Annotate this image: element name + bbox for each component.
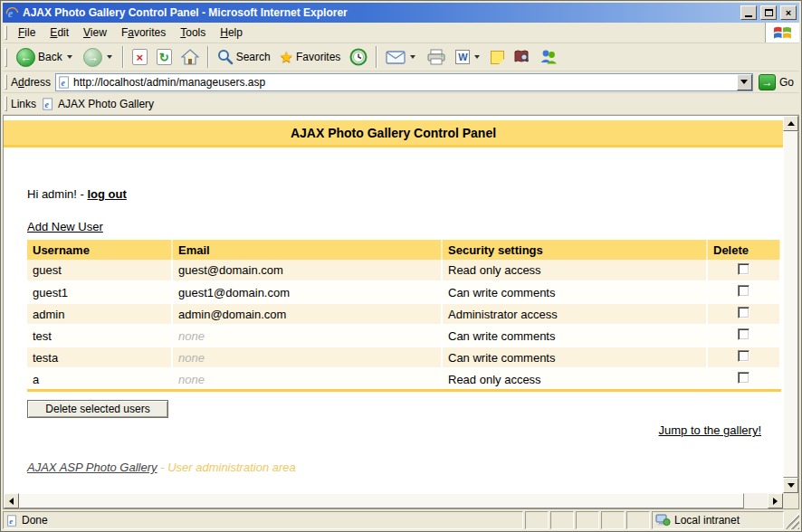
delete-checkbox[interactable] [738, 372, 749, 384]
status-done: e Done [3, 511, 523, 529]
links-bar: Links e AJAX Photo Gallery [3, 93, 799, 115]
jump-to-gallery-link[interactable]: Jump to the gallery! [659, 423, 761, 437]
discuss-button[interactable] [487, 49, 508, 66]
edit-dropdown-icon[interactable] [474, 55, 480, 59]
print-icon [426, 49, 446, 65]
table-row: testa none Can write comments [27, 347, 780, 368]
menu-help[interactable]: Help [213, 24, 250, 42]
print-button[interactable] [423, 47, 450, 67]
word-icon: W [455, 50, 470, 64]
triangle-up-icon [788, 121, 795, 126]
add-new-user-link[interactable]: Add New User [27, 220, 103, 233]
address-label: Address [11, 76, 51, 89]
forward-dropdown-icon[interactable] [107, 55, 112, 59]
cell-security: Read only access [442, 368, 707, 391]
menu-favorites[interactable]: Favorites [114, 24, 173, 42]
mail-icon [386, 51, 406, 64]
toolbar-grip[interactable] [5, 48, 7, 67]
addressbar-grip[interactable] [5, 74, 7, 89]
mail-button[interactable] [382, 49, 421, 66]
table-header-row: Username Email Security settings Delete [27, 240, 780, 260]
messenger-button[interactable] [535, 47, 562, 67]
edit-with-word-button[interactable]: W [452, 48, 485, 66]
scroll-down-button[interactable] [783, 478, 798, 493]
menu-tools[interactable]: Tools [173, 24, 213, 42]
vertical-scrollbar[interactable] [783, 116, 798, 493]
logout-link[interactable]: log out [87, 187, 126, 201]
toolbar: ← Back → × ↻ Search ★ Favorites [3, 43, 799, 71]
cell-email: guest1@domain.com [172, 281, 442, 303]
research-icon [513, 49, 530, 65]
delete-selected-users-button[interactable]: Delete selected users [27, 400, 168, 418]
search-button[interactable]: Search [214, 47, 274, 67]
stop-icon: × [132, 49, 148, 65]
local-intranet-icon [655, 514, 671, 527]
scroll-right-button[interactable] [768, 493, 783, 508]
delete-checkbox[interactable] [738, 307, 749, 318]
cell-email: none [172, 325, 442, 347]
menubar-grip[interactable] [5, 25, 7, 39]
status-pane [525, 511, 549, 529]
delete-checkbox[interactable] [738, 263, 749, 275]
table-row: test none Can write comments [27, 325, 780, 347]
maximize-button[interactable] [760, 5, 777, 20]
back-icon: ← [16, 48, 35, 67]
back-dropdown-icon[interactable] [67, 55, 72, 59]
page-viewport: AJAX Photo Gallery Control Panel Hi admi… [3, 115, 799, 509]
menu-view[interactable]: View [76, 24, 114, 42]
menu-edit[interactable]: Edit [43, 24, 76, 42]
windows-logo-icon [765, 23, 799, 43]
history-button[interactable] [346, 46, 371, 68]
svg-text:e: e [45, 99, 50, 109]
links-label: Links [11, 98, 36, 110]
horizontal-scroll-thumb[interactable] [19, 493, 744, 508]
forward-button[interactable]: → [80, 46, 118, 69]
go-button[interactable]: → Go [753, 74, 799, 90]
delete-checkbox[interactable] [738, 350, 749, 362]
back-label: Back [38, 51, 62, 63]
cell-email: guest@domain.com [172, 260, 442, 281]
links-item-ajax-photo-gallery[interactable]: e AJAX Photo Gallery [42, 98, 154, 110]
cell-username: guest [27, 260, 172, 281]
ie-logo-icon: e [5, 6, 19, 20]
triangle-down-icon [788, 483, 795, 488]
favorites-button[interactable]: ★ Favorites [276, 48, 345, 67]
scroll-left-button[interactable] [4, 493, 19, 508]
cell-security: Can write comments [442, 347, 707, 368]
cell-security: Administrator access [442, 303, 707, 325]
table-row: admin admin@domain.com Administrator acc… [27, 303, 780, 325]
linksbar-grip[interactable] [5, 96, 7, 110]
minimize-button[interactable] [740, 5, 757, 20]
mail-dropdown-icon[interactable] [410, 55, 415, 59]
menu-file[interactable]: File [11, 24, 43, 42]
triangle-right-icon [773, 498, 778, 505]
address-input[interactable] [73, 75, 734, 90]
stop-button[interactable]: × [129, 47, 151, 67]
research-button[interactable] [510, 47, 533, 67]
delete-checkbox[interactable] [738, 328, 749, 340]
home-icon [181, 49, 199, 65]
page-icon: e [6, 515, 18, 527]
page-title: AJAX Photo Gallery Control Panel [4, 120, 783, 147]
close-button[interactable]: × [780, 5, 797, 20]
go-icon: → [759, 74, 776, 90]
minimize-icon [745, 15, 752, 17]
cell-username: guest1 [27, 281, 172, 303]
vertical-scroll-thumb[interactable] [783, 131, 798, 478]
go-label: Go [779, 76, 794, 89]
footer-gallery-link[interactable]: AJAX ASP Photo Gallery [27, 461, 158, 474]
resize-grip[interactable] [786, 511, 799, 529]
browser-window: e AJAX Photo Gallery Control Panel - Mic… [0, 0, 802, 532]
footer-note: User administration area [167, 461, 296, 474]
address-dropdown-button[interactable] [737, 74, 752, 90]
delete-checkbox[interactable] [738, 285, 749, 297]
home-button[interactable] [177, 47, 203, 67]
horizontal-scrollbar[interactable] [4, 493, 783, 508]
back-button[interactable]: ← Back [13, 46, 78, 69]
favorites-label: Favorites [296, 51, 340, 63]
refresh-button[interactable]: ↻ [153, 47, 176, 67]
scroll-up-button[interactable] [783, 116, 798, 131]
col-header-username: Username [27, 240, 172, 260]
toolbar-separator [122, 46, 124, 68]
svg-text:e: e [9, 516, 13, 525]
